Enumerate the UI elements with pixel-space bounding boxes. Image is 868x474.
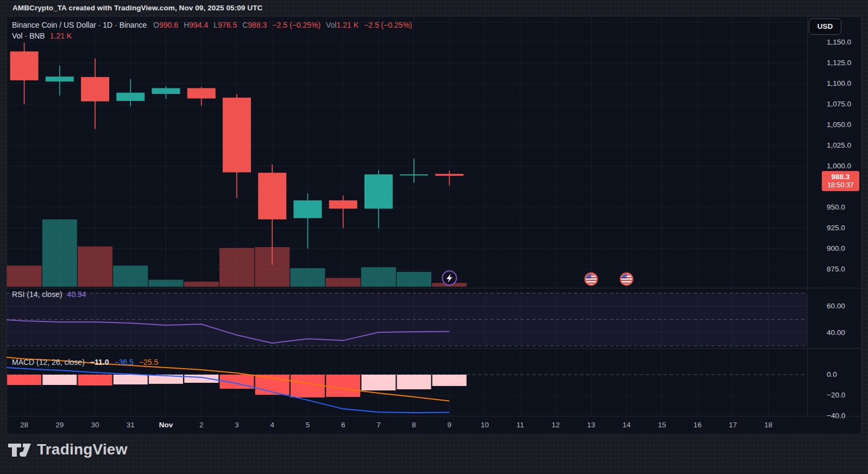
- time-axis-label: 13: [575, 421, 607, 429]
- time-axis-label: 28: [8, 421, 41, 429]
- time-axis-label: 4: [256, 421, 288, 429]
- time-axis-label: 29: [43, 421, 76, 429]
- tradingview-snapshot: AMBCrypto_TA created with TradingView.co…: [0, 0, 868, 474]
- time-axis-label: 12: [539, 421, 572, 429]
- currency-toggle-button[interactable]: USD: [809, 18, 841, 35]
- last-price-value: 988.3: [822, 173, 859, 181]
- time-scale[interactable]: 28293031Nov23456789101112131415161718: [0, 0, 868, 474]
- tradingview-logo-text: TradingView: [37, 441, 128, 458]
- time-axis-label: 30: [79, 421, 111, 429]
- bar-countdown: 18:50:37: [822, 181, 859, 189]
- time-axis-label: 16: [681, 421, 714, 429]
- time-axis-label: 8: [398, 421, 430, 429]
- time-axis-label: 6: [327, 421, 360, 429]
- time-axis-label: 7: [362, 421, 395, 429]
- tradingview-logo-mark: [8, 440, 32, 459]
- time-axis-label: 2: [185, 421, 218, 429]
- time-axis-label: Nov: [150, 421, 183, 429]
- time-axis-label: 31: [114, 421, 147, 429]
- time-axis-label: 10: [469, 421, 501, 429]
- time-axis-label: 5: [291, 421, 324, 429]
- time-axis-label: 11: [504, 421, 537, 429]
- time-axis-label: 3: [221, 421, 253, 429]
- last-price-badge: 988.3 18:50:37: [822, 171, 859, 191]
- time-axis-label: 18: [752, 421, 784, 429]
- tradingview-logo[interactable]: TradingView: [8, 440, 128, 459]
- time-axis-label: 9: [433, 421, 466, 429]
- time-axis-label: 17: [716, 421, 749, 429]
- time-axis-label: 14: [611, 421, 643, 429]
- time-axis-label: 15: [646, 421, 678, 429]
